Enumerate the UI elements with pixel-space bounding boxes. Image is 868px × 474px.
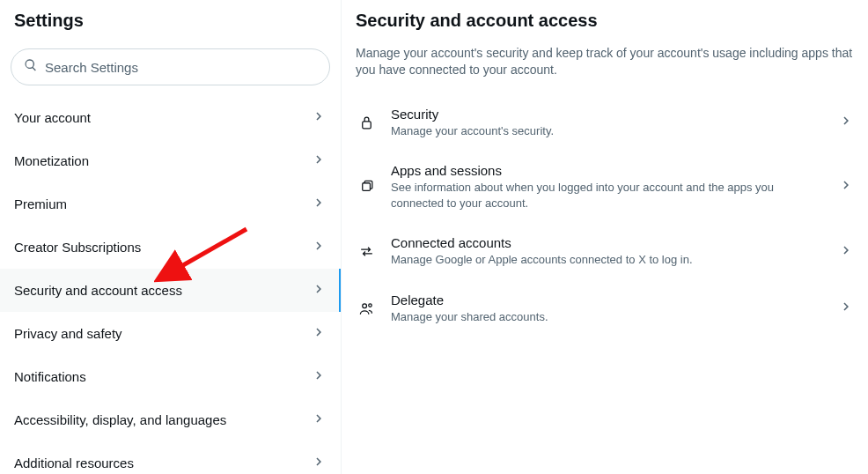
- sidebar-item-additional-resources[interactable]: Additional resources: [0, 441, 341, 474]
- sidebar-item-premium[interactable]: Premium: [0, 182, 341, 226]
- main-item-desc: Manage your shared accounts.: [391, 309, 824, 325]
- chevron-right-icon: [311, 152, 327, 170]
- main-item-body: Security Manage your account's security.: [391, 107, 824, 139]
- sidebar-item-label: Privacy and safety: [14, 326, 122, 341]
- sidebar-item-label: Accessibility, display, and languages: [14, 412, 226, 427]
- main-title: Security and account access: [342, 0, 868, 36]
- chevron-right-icon: [311, 281, 327, 300]
- apps-icon: [356, 179, 377, 196]
- search-wrap: [0, 43, 341, 96]
- svg-rect-0: [362, 121, 371, 128]
- people-icon: [356, 300, 377, 317]
- main-item-body: Apps and sessions See information about …: [391, 163, 824, 211]
- main-item-title: Security: [391, 107, 824, 122]
- chevron-right-icon: [311, 324, 327, 343]
- main-item-security[interactable]: Security Manage your account's security.: [342, 94, 868, 152]
- sidebar-list: Your account Monetization Premium Creato…: [0, 96, 341, 474]
- sidebar-item-label: Notifications: [14, 369, 86, 384]
- main-panel: Security and account access Manage your …: [342, 0, 868, 474]
- chevron-right-icon: [311, 411, 327, 429]
- main-item-desc: Manage Google or Apple accounts connecte…: [391, 252, 824, 268]
- main-item-delegate[interactable]: Delegate Manage your shared accounts.: [342, 280, 868, 337]
- sidebar-item-label: Premium: [14, 196, 67, 211]
- sidebar-item-your-account[interactable]: Your account: [0, 96, 341, 139]
- page-title: Settings: [0, 0, 341, 43]
- search-box[interactable]: [11, 48, 330, 85]
- chevron-right-icon: [311, 367, 327, 386]
- svg-rect-1: [362, 183, 370, 191]
- chevron-right-icon: [838, 113, 854, 132]
- main-item-title: Delegate: [391, 293, 824, 307]
- settings-sidebar: Settings Your account Monetization Premi…: [0, 0, 342, 474]
- main-item-body: Connected accounts Manage Google or Appl…: [391, 235, 824, 268]
- chevron-right-icon: [311, 238, 327, 256]
- search-icon: [24, 58, 38, 76]
- sidebar-item-label: Security and account access: [14, 283, 182, 298]
- svg-point-3: [368, 304, 371, 307]
- sidebar-item-privacy-and-safety[interactable]: Privacy and safety: [0, 312, 341, 355]
- sidebar-item-monetization[interactable]: Monetization: [0, 139, 341, 182]
- sidebar-item-notifications[interactable]: Notifications: [0, 355, 341, 398]
- main-item-body: Delegate Manage your shared accounts.: [391, 293, 824, 325]
- sidebar-item-security-and-account-access[interactable]: Security and account access: [0, 269, 341, 312]
- main-item-desc: Manage your account's security.: [391, 123, 824, 139]
- chevron-right-icon: [838, 299, 854, 318]
- chevron-right-icon: [311, 195, 327, 213]
- main-item-desc: See information about when you logged in…: [391, 180, 824, 211]
- chevron-right-icon: [311, 108, 327, 127]
- main-list: Security Manage your account's security.…: [342, 94, 868, 337]
- sidebar-item-creator-subscriptions[interactable]: Creator Subscriptions: [0, 226, 341, 269]
- sidebar-item-label: Your account: [14, 110, 91, 125]
- sidebar-item-label: Creator Subscriptions: [14, 240, 141, 255]
- chevron-right-icon: [838, 242, 854, 262]
- main-subtitle: Manage your account's security and keep …: [342, 36, 868, 94]
- chevron-right-icon: [311, 454, 327, 472]
- sidebar-item-accessibility-display-languages[interactable]: Accessibility, display, and languages: [0, 398, 341, 441]
- main-item-title: Connected accounts: [391, 235, 824, 250]
- sidebar-item-label: Monetization: [14, 153, 89, 168]
- swap-icon: [356, 243, 377, 260]
- main-item-connected-accounts[interactable]: Connected accounts Manage Google or Appl…: [342, 223, 868, 280]
- lock-icon: [356, 115, 377, 131]
- main-item-apps-sessions[interactable]: Apps and sessions See information about …: [342, 151, 868, 223]
- svg-point-2: [362, 304, 366, 308]
- main-item-title: Apps and sessions: [391, 163, 824, 178]
- sidebar-item-label: Additional resources: [14, 455, 134, 470]
- search-input[interactable]: [45, 60, 317, 75]
- chevron-right-icon: [838, 177, 854, 196]
